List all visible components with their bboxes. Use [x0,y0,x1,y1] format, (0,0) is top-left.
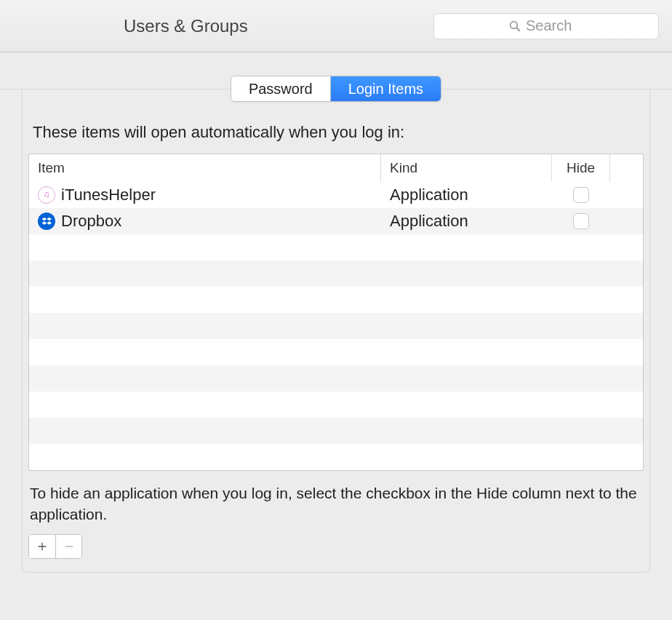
panel-heading: These items will open automatically when… [28,123,644,142]
add-button[interactable] [29,535,55,558]
login-items-table: Item Kind Hide iTunesHelperApplicationDr… [28,154,644,471]
table-row-empty [29,287,643,313]
hide-cell [552,182,610,208]
table-row[interactable]: iTunesHelperApplication [29,182,643,208]
tab-login-items[interactable]: Login Items [330,76,441,101]
add-remove-buttons [28,534,82,559]
column-header-kind[interactable]: Kind [381,154,552,182]
svg-point-0 [511,21,518,28]
item-cell: iTunesHelper [29,182,381,208]
table-row-empty [29,418,643,444]
tab-password[interactable]: Password [231,76,330,101]
itunes-icon [38,186,55,204]
kind-cell: Application [381,208,552,234]
column-header-pad [610,154,643,182]
item-cell: Dropbox [29,208,381,234]
content-area: Password Login Items These items will op… [0,52,672,573]
hide-checkbox[interactable] [573,213,589,229]
remove-button[interactable] [55,535,81,558]
table-row-empty [29,261,643,287]
kind-cell: Application [381,182,552,208]
item-name: iTunesHelper [61,186,156,204]
window-toolbar: Users & Groups [0,0,672,52]
table-row-empty [29,339,643,365]
table-row-empty [29,234,643,261]
search-input[interactable] [526,17,584,34]
window-title: Users & Groups [124,16,248,36]
login-items-panel: These items will open automatically when… [22,90,650,573]
column-header-item[interactable]: Item [29,154,381,182]
table-row[interactable]: DropboxApplication [29,208,643,234]
table-header-row: Item Kind Hide [29,154,643,182]
search-field-wrap[interactable] [433,13,659,39]
table-row-empty [29,444,643,470]
search-icon [508,20,521,33]
item-name: Dropbox [61,212,121,231]
table-row-empty [29,313,643,339]
table-row-empty [29,392,643,418]
hide-cell [552,208,610,234]
column-header-hide[interactable]: Hide [552,154,610,182]
help-text: To hide an application when you log in, … [28,482,644,525]
table-row-empty [29,365,643,392]
hide-checkbox[interactable] [573,187,589,203]
dropbox-icon [38,212,55,230]
svg-line-1 [516,28,520,31]
